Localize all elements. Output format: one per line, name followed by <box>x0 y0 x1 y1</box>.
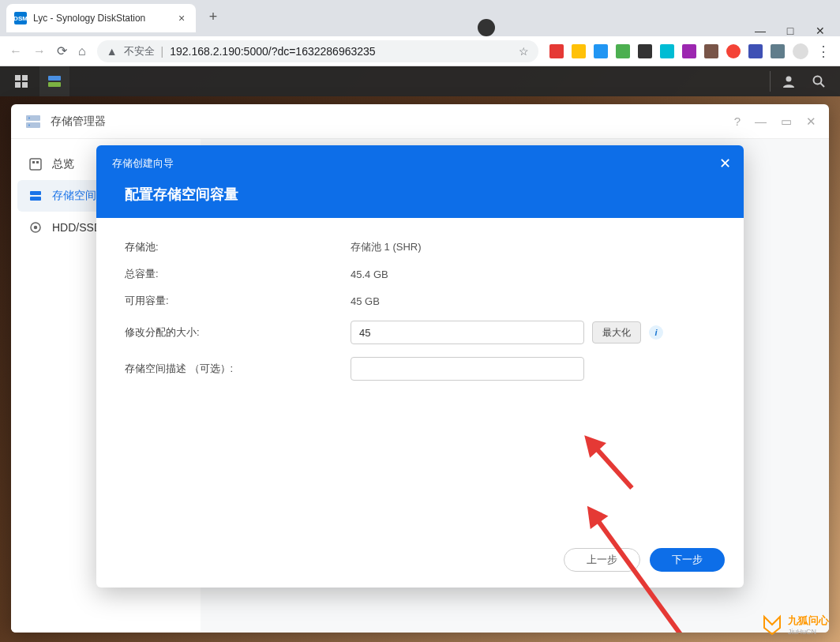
svg-line-8 <box>821 84 825 88</box>
dsm-user-icon[interactable] <box>774 66 804 96</box>
next-button[interactable]: 下一步 <box>650 548 725 572</box>
watermark: 九狐问心 JiuHuCN <box>761 614 829 636</box>
dsm-taskbar <box>0 66 840 96</box>
browser-menu-icon[interactable]: ⋮ <box>816 43 831 60</box>
svg-rect-4 <box>48 76 61 81</box>
browser-tab-strip: DSM Lyc - Synology DiskStation × + — □ ✕ <box>0 0 840 36</box>
maximize-button[interactable]: 最大化 <box>592 321 641 344</box>
storage-wizard-modal: 存储创建向导 配置存储空间容量 ✕ 存储池: 存储池 1 (SHR) 总容量: … <box>96 145 744 588</box>
extension-icon[interactable] <box>682 44 696 58</box>
info-icon[interactable]: i <box>649 325 663 340</box>
extension-icon[interactable] <box>616 44 630 58</box>
available-capacity-value: 45 GB <box>351 295 380 307</box>
tab-close-icon[interactable]: × <box>175 12 188 24</box>
dsm-search-icon[interactable] <box>804 66 834 96</box>
extension-icon[interactable] <box>594 44 608 58</box>
new-tab-button[interactable]: + <box>202 6 224 28</box>
dsm-apps-icon[interactable] <box>6 66 36 96</box>
watermark-text: 九狐问心 <box>788 614 829 628</box>
extension-icon[interactable] <box>726 44 741 58</box>
nav-home-icon[interactable]: ⌂ <box>78 44 86 58</box>
available-capacity-label: 可用容量: <box>125 294 351 308</box>
browser-tab[interactable]: DSM Lyc - Synology DiskStation × <box>6 4 196 32</box>
favicon-icon: DSM <box>14 12 27 24</box>
svg-rect-1 <box>22 75 28 81</box>
svg-rect-2 <box>15 82 21 88</box>
url-text: 192.168.2.190:5000/?dc=1632286963235 <box>170 45 375 58</box>
modal-overlay: 存储创建向导 配置存储空间容量 ✕ 存储池: 存储池 1 (SHR) 总容量: … <box>11 104 829 633</box>
modal-body: 存储池: 存储池 1 (SHR) 总容量: 45.4 GB 可用容量: 45 G… <box>96 218 744 535</box>
extension-icon[interactable] <box>660 44 674 58</box>
nav-reload-icon[interactable]: ⟳ <box>57 43 67 58</box>
allocated-size-label: 修改分配的大小: <box>125 325 351 340</box>
window-controls: — □ ✕ <box>755 16 840 36</box>
description-label: 存储空间描述 （可选）: <box>125 362 351 376</box>
total-capacity-label: 总容量: <box>125 267 351 281</box>
watermark-icon <box>761 614 783 636</box>
prev-button[interactable]: 上一步 <box>564 548 640 572</box>
svg-point-6 <box>786 77 792 82</box>
modal-close-icon[interactable]: ✕ <box>719 155 731 172</box>
pool-label: 存储池: <box>125 240 351 254</box>
dsm-storage-manager-icon[interactable] <box>39 66 69 96</box>
extension-puzzle-icon[interactable] <box>771 44 785 58</box>
modal-header: 存储创建向导 配置存储空间容量 ✕ <box>96 145 744 218</box>
insecure-warning-icon: ▲ <box>107 45 118 58</box>
window-maximize-icon[interactable]: □ <box>785 25 796 36</box>
svg-rect-0 <box>15 75 21 81</box>
modal-footer: 上一步 下一步 <box>96 535 744 588</box>
extension-icon[interactable] <box>704 44 718 58</box>
description-input[interactable] <box>351 357 584 381</box>
window-close-icon[interactable]: ✕ <box>815 25 826 36</box>
extension-icon[interactable] <box>549 44 564 58</box>
watermark-sub: JiuHuCN <box>788 628 829 636</box>
extension-icon[interactable] <box>572 44 586 58</box>
modal-title: 配置存储空间容量 <box>112 185 728 204</box>
dsm-desktop: 存储管理器 ? — ▭ ✕ 总览 存储空 <box>0 66 840 642</box>
profile-badge-icon[interactable] <box>478 19 495 36</box>
svg-rect-3 <box>22 82 28 88</box>
tab-title: Lyc - Synology DiskStation <box>33 13 169 24</box>
pool-value: 存储池 1 (SHR) <box>351 240 422 254</box>
bookmark-star-icon[interactable]: ☆ <box>519 45 529 58</box>
svg-rect-5 <box>48 82 61 87</box>
svg-point-7 <box>814 77 822 84</box>
modal-breadcrumb: 存储创建向导 <box>112 156 728 171</box>
extension-icon[interactable] <box>748 44 763 58</box>
nav-forward-icon[interactable]: → <box>33 44 46 58</box>
extension-icon[interactable] <box>638 44 652 58</box>
storage-manager-window: 存储管理器 ? — ▭ ✕ 总览 存储空 <box>11 104 829 633</box>
url-input[interactable]: ▲ 不安全 | 192.168.2.190:5000/?dc=163228696… <box>97 40 538 62</box>
total-capacity-value: 45.4 GB <box>351 268 388 280</box>
extension-icons: ⋮ <box>549 43 831 60</box>
nav-back-icon[interactable]: ← <box>9 44 22 58</box>
profile-avatar-icon[interactable] <box>793 43 808 59</box>
window-minimize-icon[interactable]: — <box>755 25 766 36</box>
allocated-size-input[interactable] <box>351 321 584 344</box>
address-bar: ← → ⟳ ⌂ ▲ 不安全 | 192.168.2.190:5000/?dc=1… <box>0 36 840 66</box>
insecure-label: 不安全 <box>124 44 155 58</box>
